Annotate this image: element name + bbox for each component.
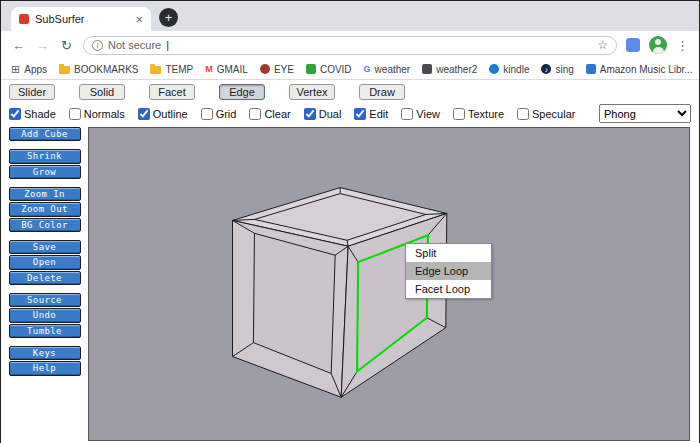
- checkbox-specular[interactable]: Specular: [517, 108, 575, 120]
- sidebar-button-keys[interactable]: Keys: [9, 346, 81, 360]
- sidebar-button-zoom-out[interactable]: Zoom Out: [9, 202, 81, 216]
- address-bar[interactable]: i Not secure | ☆: [83, 36, 617, 55]
- covid-icon: [306, 64, 316, 74]
- sidebar-button-open[interactable]: Open: [9, 255, 81, 269]
- eye-icon: [260, 64, 270, 74]
- browser-window: SubSurfer × + ← → ↻ i Not secure | ☆ ⋮ ⊞…: [0, 0, 700, 443]
- bookmark-item-weather2[interactable]: weather2: [422, 64, 477, 75]
- checkbox-outline[interactable]: Outline: [138, 108, 188, 120]
- sidebar-button-tumble[interactable]: Tumble: [9, 324, 81, 338]
- view-checkbox[interactable]: [401, 108, 413, 120]
- bookmark-item-temp[interactable]: TEMP: [150, 64, 193, 75]
- sidebar-button-zoom-in[interactable]: Zoom In: [9, 187, 81, 201]
- sidebar-button-help[interactable]: Help: [9, 361, 81, 375]
- bookmark-item-amazon-music[interactable]: Amazon Music Libr...: [586, 64, 693, 75]
- mode-button-slider[interactable]: Slider: [9, 84, 55, 100]
- folder-icon: [59, 66, 70, 74]
- amazon-music-icon: [586, 64, 596, 74]
- bookmarks-bar: ⊞ Apps BOOKMARKS TEMP M GMAIL EYE COVID …: [1, 59, 699, 80]
- mode-button-edge[interactable]: Edge: [219, 84, 265, 100]
- menu-item-split[interactable]: Split: [406, 244, 491, 262]
- mode-button-facet[interactable]: Facet: [149, 84, 195, 100]
- options-row: Shade Normals Outline Grid Clear Dual Ed…: [1, 103, 699, 126]
- sidebar-button-bg-color[interactable]: BG Color: [9, 218, 81, 232]
- bookmark-item-bookmarks[interactable]: BOOKMARKS: [59, 64, 138, 75]
- forward-icon[interactable]: →: [35, 38, 50, 53]
- context-menu: Split Edge Loop Facet Loop: [405, 243, 492, 299]
- site-favicon: [19, 14, 29, 24]
- bookmark-item-gmail[interactable]: M GMAIL: [205, 64, 248, 75]
- mode-button-vertex[interactable]: Vertex: [289, 84, 335, 100]
- tab-title: SubSurfer: [35, 13, 85, 25]
- plus-icon: +: [165, 10, 173, 25]
- reload-icon[interactable]: ↻: [59, 38, 74, 53]
- sidebar-button-shrink[interactable]: Shrink: [9, 149, 81, 163]
- outline-checkbox[interactable]: [138, 108, 150, 120]
- texture-checkbox[interactable]: [453, 108, 465, 120]
- dual-checkbox[interactable]: [304, 108, 316, 120]
- address-text: Not secure: [108, 39, 161, 51]
- sidebar-button-undo[interactable]: Undo: [9, 308, 81, 322]
- cube-render[interactable]: [89, 128, 689, 440]
- back-icon[interactable]: ←: [11, 38, 26, 53]
- bookmark-item-kindle[interactable]: kindle: [489, 64, 529, 75]
- specular-checkbox[interactable]: [517, 108, 529, 120]
- tab-close-icon[interactable]: ×: [135, 13, 143, 26]
- sidebar-button-grow[interactable]: Grow: [9, 165, 81, 179]
- sidebar-button-source[interactable]: Source: [9, 293, 81, 307]
- new-tab-button[interactable]: +: [159, 8, 178, 27]
- grid-checkbox[interactable]: [201, 108, 213, 120]
- shade-checkbox[interactable]: [9, 108, 21, 120]
- menu-item-edge-loop[interactable]: Edge Loop: [406, 262, 491, 280]
- apps-grid-icon: ⊞: [11, 64, 20, 75]
- profile-avatar[interactable]: [649, 36, 667, 54]
- text-caret: |: [166, 39, 169, 51]
- clear-checkbox[interactable]: [249, 108, 261, 120]
- sidebar-button-add-cube[interactable]: Add Cube: [9, 127, 81, 141]
- checkbox-dual[interactable]: Dual: [304, 108, 342, 120]
- normals-checkbox[interactable]: [69, 108, 81, 120]
- folder-icon: [150, 66, 161, 74]
- extensions-icon[interactable]: [626, 38, 640, 52]
- checkbox-texture[interactable]: Texture: [453, 108, 504, 120]
- checkbox-normals[interactable]: Normals: [69, 108, 125, 120]
- gmail-icon: M: [205, 65, 213, 74]
- sidebar-button-delete[interactable]: Delete: [9, 271, 81, 285]
- google-g-icon: G: [364, 65, 371, 74]
- checkbox-shade[interactable]: Shade: [9, 108, 56, 120]
- menu-item-facet-loop[interactable]: Facet Loop: [406, 280, 491, 298]
- checkbox-grid[interactable]: Grid: [201, 108, 237, 120]
- checkbox-clear[interactable]: Clear: [249, 108, 290, 120]
- bookmark-item-sing[interactable]: ♪ sing: [541, 64, 573, 75]
- browser-tab[interactable]: SubSurfer ×: [11, 7, 151, 31]
- bookmark-item-apps[interactable]: ⊞ Apps: [11, 64, 47, 75]
- info-icon[interactable]: i: [92, 40, 103, 51]
- main-area: Add Cube Shrink Grow Zoom In Zoom Out BG…: [1, 126, 699, 443]
- mode-button-draw[interactable]: Draw: [359, 84, 405, 100]
- mode-toolbar: Slider Solid Facet Edge Vertex Draw: [1, 80, 699, 103]
- mode-button-solid[interactable]: Solid: [79, 84, 125, 100]
- browser-menu-icon[interactable]: ⋮: [676, 38, 689, 53]
- address-toolbar: ← → ↻ i Not secure | ☆ ⋮: [1, 31, 699, 59]
- checkbox-view[interactable]: View: [401, 108, 440, 120]
- weather2-icon: [422, 64, 432, 74]
- bookmark-star-icon[interactable]: ☆: [597, 38, 608, 52]
- music-note-icon: ♪: [541, 64, 551, 74]
- viewport-canvas[interactable]: Split Edge Loop Facet Loop: [88, 127, 690, 441]
- checkbox-edit[interactable]: Edit: [354, 108, 388, 120]
- bookmark-item-weather[interactable]: G weather: [364, 64, 411, 75]
- kindle-icon: [489, 64, 499, 74]
- edit-checkbox[interactable]: [354, 108, 366, 120]
- bookmark-item-eye[interactable]: EYE: [260, 64, 294, 75]
- sidebar-button-save[interactable]: Save: [9, 240, 81, 254]
- bookmark-item-covid[interactable]: COVID: [306, 64, 352, 75]
- tab-strip: SubSurfer × +: [1, 1, 699, 31]
- shading-select[interactable]: Phong: [599, 104, 691, 123]
- sidebar: Add Cube Shrink Grow Zoom In Zoom Out BG…: [1, 126, 88, 443]
